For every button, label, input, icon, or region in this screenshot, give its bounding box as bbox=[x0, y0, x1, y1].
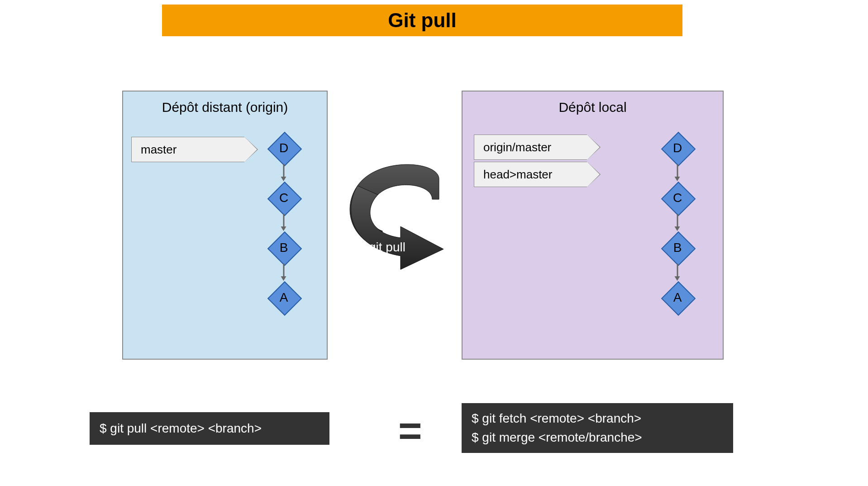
commit-node: B bbox=[662, 232, 693, 264]
commit-arrow-icon bbox=[677, 164, 678, 178]
commit-letter: A bbox=[268, 282, 300, 313]
local-branch-label-head-master: head>master bbox=[474, 162, 587, 187]
branch-label-text: head>master bbox=[483, 168, 552, 182]
command-left-text: $ git pull <remote> <branch> bbox=[100, 421, 320, 436]
remote-depot-title: Dépôt distant (origin) bbox=[123, 100, 327, 115]
commit-node: D bbox=[662, 132, 693, 164]
local-depot-title: Dépôt local bbox=[463, 100, 723, 115]
commit-node: C bbox=[268, 182, 300, 214]
remote-branch-label: master bbox=[131, 137, 244, 162]
commit-letter: A bbox=[662, 282, 693, 313]
commit-node: B bbox=[268, 232, 300, 264]
commit-letter: B bbox=[268, 232, 300, 264]
commit-arrow-icon bbox=[283, 164, 285, 178]
commit-letter: D bbox=[662, 132, 693, 164]
commit-arrow-icon bbox=[283, 264, 285, 277]
local-branch-label-origin-master: origin/master bbox=[474, 135, 587, 160]
commit-node: C bbox=[662, 182, 693, 214]
command-left-box: $ git pull <remote> <branch> bbox=[90, 412, 329, 445]
commit-letter: B bbox=[662, 232, 693, 264]
equals-sign: = bbox=[398, 408, 422, 454]
remote-depot-box: Dépôt distant (origin) master D C B A bbox=[122, 91, 328, 360]
git-pull-arrow-icon bbox=[342, 159, 459, 276]
commit-letter: C bbox=[268, 182, 300, 214]
commit-arrow-icon bbox=[677, 214, 678, 227]
command-right-line-2: $ git merge <remote/branche> bbox=[472, 428, 723, 447]
local-depot-box: Dépôt local origin/master head>master D … bbox=[462, 91, 724, 360]
commit-arrow-icon bbox=[677, 264, 678, 277]
commit-node: A bbox=[268, 282, 300, 313]
commit-arrow-icon bbox=[283, 214, 285, 227]
command-right-line-1: $ git fetch <remote> <branch> bbox=[472, 409, 723, 428]
git-pull-arrow-label: git pull bbox=[369, 240, 405, 255]
commit-letter: D bbox=[268, 132, 300, 164]
branch-label-text: master bbox=[141, 143, 176, 157]
commit-node: D bbox=[268, 132, 300, 164]
command-right-box: $ git fetch <remote> <branch> $ git merg… bbox=[462, 403, 733, 453]
page-title: Git pull bbox=[388, 9, 457, 32]
title-bar: Git pull bbox=[162, 5, 682, 36]
branch-label-text: origin/master bbox=[483, 140, 551, 154]
commit-node: A bbox=[662, 282, 693, 313]
commit-letter: C bbox=[662, 182, 693, 214]
diagram-root: Git pull Dépôt distant (origin) master D… bbox=[0, 0, 868, 486]
